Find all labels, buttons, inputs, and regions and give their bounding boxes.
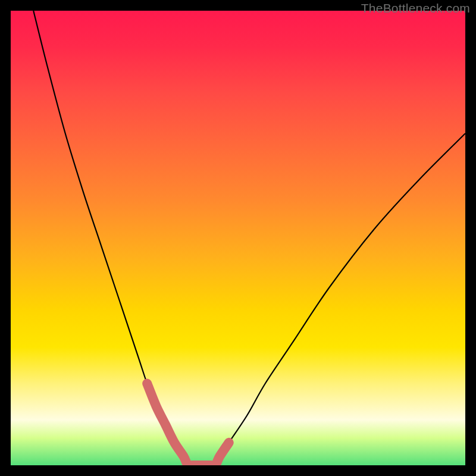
curve-group <box>33 11 465 465</box>
curves-layer <box>11 11 465 465</box>
plot-area <box>11 11 465 465</box>
right-curve <box>215 133 465 465</box>
bottom-highlight <box>147 384 229 466</box>
left-curve <box>33 11 188 465</box>
chart-frame <box>11 11 465 465</box>
watermark-text: TheBottleneck.com <box>361 1 470 15</box>
